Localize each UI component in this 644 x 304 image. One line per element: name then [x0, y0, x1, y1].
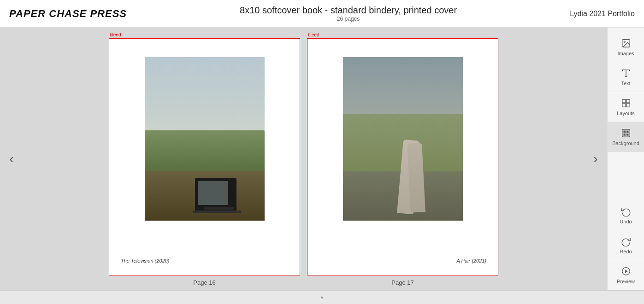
toolbar-text-button[interactable]: Text	[608, 62, 644, 92]
toolbar-preview-button[interactable]: Preview	[608, 260, 644, 290]
layouts-label: Layouts	[617, 111, 635, 116]
redo-icon	[620, 236, 632, 247]
svg-rect-4	[622, 99, 625, 103]
redo-label: Redo	[620, 249, 632, 254]
svg-rect-5	[626, 99, 629, 103]
svg-rect-6	[622, 104, 625, 107]
right-page-caption: A Pair (2021)	[457, 258, 486, 263]
tv-photo	[145, 57, 265, 221]
toolbar-undo-button[interactable]: Undo	[608, 200, 644, 230]
bottom-bar: ∨	[0, 290, 644, 304]
bleed-label-left: bleed	[110, 32, 121, 37]
svg-rect-8	[622, 129, 630, 137]
header: PAPER CHASE PRESS 8x10 softcover book - …	[0, 0, 644, 28]
preview-icon	[620, 266, 632, 277]
prev-page-button[interactable]: ‹	[2, 150, 21, 168]
right-page[interactable]: A Pair (2021)	[307, 38, 498, 275]
left-page-caption: The Television (2020)	[121, 258, 169, 263]
images-icon	[620, 38, 632, 49]
text-icon	[620, 68, 632, 79]
toolbar-layouts-button[interactable]: Layouts	[608, 92, 644, 122]
bleed-label-right: bleed	[308, 32, 319, 37]
pages-container: bleed	[109, 32, 498, 286]
left-page-number: Page 16	[193, 279, 215, 286]
svg-rect-12	[626, 134, 628, 136]
svg-rect-11	[623, 134, 626, 136]
toolbar-background-button[interactable]: Background	[608, 122, 644, 152]
bottom-chevron-icon[interactable]: ∨	[320, 295, 324, 300]
left-page[interactable]: The Television (2020)	[109, 38, 300, 275]
next-arrow-icon: ›	[593, 152, 597, 166]
right-page-wrapper: bleed A Pair (2021)	[307, 32, 498, 286]
people-photo	[343, 57, 463, 221]
svg-point-1	[624, 41, 625, 42]
toolbar-redo-button[interactable]: Redo	[608, 230, 644, 260]
header-center: 8x10 softcover book - standard bindery, …	[240, 5, 457, 22]
right-page-number: Page 17	[391, 279, 414, 286]
right-toolbar: Images Text Lay	[607, 28, 644, 290]
toolbar-images-button[interactable]: Images	[608, 32, 644, 62]
canvas-area: ‹ bleed	[0, 28, 607, 290]
project-name: Lydia 2021 Portfolio	[570, 10, 635, 18]
left-page-image	[145, 57, 265, 221]
next-page-button[interactable]: ›	[586, 150, 605, 168]
layouts-icon	[620, 98, 632, 109]
text-label: Text	[621, 81, 630, 86]
preview-label: Preview	[617, 279, 635, 284]
svg-rect-10	[626, 131, 628, 133]
logo: PAPER CHASE PRESS	[9, 8, 127, 20]
undo-label: Undo	[620, 219, 632, 224]
prev-arrow-icon: ‹	[9, 152, 13, 166]
right-page-image	[343, 57, 463, 221]
book-title: 8x10 softcover book - standard bindery, …	[240, 5, 457, 16]
images-label: Images	[617, 51, 634, 56]
main-area: ‹ bleed	[0, 28, 644, 290]
background-icon	[620, 128, 632, 139]
background-label: Background	[612, 140, 639, 146]
svg-rect-9	[623, 131, 626, 133]
undo-icon	[620, 206, 632, 217]
svg-marker-14	[625, 269, 628, 273]
svg-rect-7	[626, 104, 629, 107]
left-page-wrapper: bleed	[109, 32, 300, 286]
page-count: 26 pages	[240, 16, 457, 22]
